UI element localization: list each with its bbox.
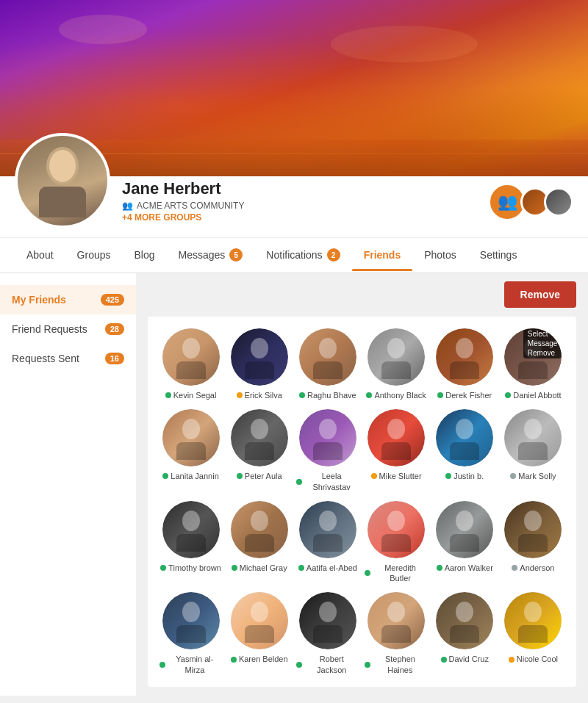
tab-messages[interactable]: Messages 5 xyxy=(167,238,255,272)
tab-about[interactable]: About xyxy=(15,239,65,271)
friend-item[interactable]: Nicole Cool xyxy=(502,592,564,675)
svg-point-21 xyxy=(387,419,405,439)
status-dot xyxy=(237,392,243,398)
svg-rect-6 xyxy=(245,361,274,379)
friend-name: Derek Fisher xyxy=(445,390,492,400)
friend-item[interactable]: Erick Silva xyxy=(228,328,290,400)
tab-groups[interactable]: Groups xyxy=(65,239,123,271)
friend-overlay-action[interactable]: Remove xyxy=(528,349,558,357)
svg-point-19 xyxy=(319,419,337,439)
friend-item[interactable]: Michael Gray xyxy=(228,501,290,584)
svg-point-23 xyxy=(456,419,473,439)
svg-rect-1 xyxy=(39,187,86,217)
friend-name: Yasmin al-Mirza xyxy=(168,654,223,675)
svg-point-9 xyxy=(387,338,405,358)
svg-rect-30 xyxy=(245,534,274,552)
svg-point-3 xyxy=(182,338,200,358)
tab-blog[interactable]: Blog xyxy=(123,239,167,271)
tab-photos[interactable]: Photos xyxy=(412,239,468,271)
friend-item[interactable]: Justin b. xyxy=(434,409,496,492)
community-icon: 👥 xyxy=(122,201,133,211)
friend-name: Karen Belden xyxy=(239,654,288,664)
friend-item[interactable]: Robert Jackson xyxy=(296,592,359,675)
friend-item[interactable]: SelectMessageRemoveDaniel Abbott xyxy=(502,328,564,400)
status-dot xyxy=(159,662,165,668)
svg-rect-28 xyxy=(176,534,206,552)
svg-rect-46 xyxy=(381,625,411,643)
sidebar-item-requests-sent[interactable]: Requests Sent 16 xyxy=(0,344,136,373)
friend-item[interactable]: Karen Belden xyxy=(228,592,290,675)
friend-name: Peter Aula xyxy=(245,471,282,481)
friend-item[interactable]: Mike Slutter xyxy=(365,409,427,492)
svg-point-33 xyxy=(387,511,405,531)
svg-rect-50 xyxy=(518,625,548,643)
friend-item[interactable]: David Cruz xyxy=(434,592,496,675)
status-dot xyxy=(371,473,377,479)
profile-name: Jane Herbert xyxy=(122,179,476,198)
friend-item[interactable]: Meredith Butler xyxy=(365,501,427,584)
svg-point-15 xyxy=(182,419,200,439)
friend-name: Timothy brown xyxy=(168,563,221,573)
friend-name: Nicole Cool xyxy=(517,654,558,664)
tab-settings[interactable]: Settings xyxy=(468,239,529,271)
friend-name: Justin b. xyxy=(453,471,484,481)
friend-item[interactable]: Aatifa el-Abed xyxy=(296,501,359,584)
sidebar-item-my-friends[interactable]: My Friends 425 xyxy=(0,285,136,314)
svg-point-41 xyxy=(251,602,268,622)
svg-point-43 xyxy=(319,602,337,622)
friend-name: Daniel Abbott xyxy=(513,390,561,400)
friend-name: Meredith Butler xyxy=(373,563,427,584)
friend-overlay-action[interactable]: Select xyxy=(528,330,558,338)
sidebar-item-friend-requests[interactable]: Friend Requests 28 xyxy=(0,314,136,344)
status-dot xyxy=(160,565,166,571)
svg-rect-26 xyxy=(518,442,548,460)
svg-point-2 xyxy=(49,150,76,182)
friend-item[interactable]: Leela Shrivastav xyxy=(296,409,359,492)
friend-overlay-action[interactable]: Message xyxy=(528,339,558,347)
friend-name: Michael Gray xyxy=(240,563,287,573)
friend-item[interactable]: Stephen Haines xyxy=(365,592,427,675)
svg-rect-24 xyxy=(450,442,479,460)
community-label: 👥 ACME ARTS COMMUNITY xyxy=(122,201,476,211)
requests-sent-badge: 16 xyxy=(105,353,124,364)
svg-rect-20 xyxy=(313,442,343,460)
svg-rect-34 xyxy=(381,534,411,552)
group-avatar-2[interactable] xyxy=(544,187,573,217)
status-dot xyxy=(298,565,304,571)
status-dot xyxy=(505,392,511,398)
friend-item[interactable]: Anderson xyxy=(502,501,564,584)
more-groups-link[interactable]: +4 MORE GROUPS xyxy=(122,212,476,223)
friend-name: Raghu Bhave xyxy=(307,390,356,400)
svg-rect-4 xyxy=(176,361,206,379)
status-dot xyxy=(162,473,168,479)
friend-item[interactable]: Lanita Jannin xyxy=(159,409,222,492)
friend-item[interactable]: Raghu Bhave xyxy=(296,328,359,400)
status-dot xyxy=(296,479,301,485)
friend-item[interactable]: Derek Fisher xyxy=(434,328,496,400)
friend-name: Erick Silva xyxy=(245,390,282,400)
svg-rect-38 xyxy=(518,534,548,552)
tab-friends[interactable]: Friends xyxy=(352,239,413,271)
tab-notifications[interactable]: Notifications 2 xyxy=(254,238,351,272)
svg-point-5 xyxy=(251,338,268,358)
friend-name: Kevin Segal xyxy=(173,390,217,400)
friend-item[interactable]: Anthony Black xyxy=(365,328,427,400)
remove-button[interactable]: Remove xyxy=(504,281,576,308)
friend-item[interactable]: Kevin Segal xyxy=(159,328,222,400)
friend-name: Mark Solly xyxy=(518,471,556,481)
friend-item[interactable]: Mark Solly xyxy=(502,409,564,492)
friend-name: Stephen Haines xyxy=(373,654,428,675)
avatar xyxy=(15,133,110,228)
friend-item[interactable]: Aaron Walker xyxy=(434,501,496,584)
profile-info: Jane Herbert 👥 ACME ARTS COMMUNITY +4 MO… xyxy=(122,176,476,228)
svg-rect-14 xyxy=(518,361,548,379)
friend-item[interactable]: Peter Aula xyxy=(228,409,290,492)
friend-name: Lanita Jannin xyxy=(171,471,218,481)
status-dot xyxy=(365,570,370,576)
friend-item[interactable]: Timothy brown xyxy=(159,501,222,584)
friend-requests-badge: 28 xyxy=(105,323,124,335)
svg-point-31 xyxy=(319,511,337,531)
friend-name: Robert Jackson xyxy=(304,654,359,675)
status-dot xyxy=(299,392,305,398)
friend-item[interactable]: Yasmin al-Mirza xyxy=(159,592,222,675)
